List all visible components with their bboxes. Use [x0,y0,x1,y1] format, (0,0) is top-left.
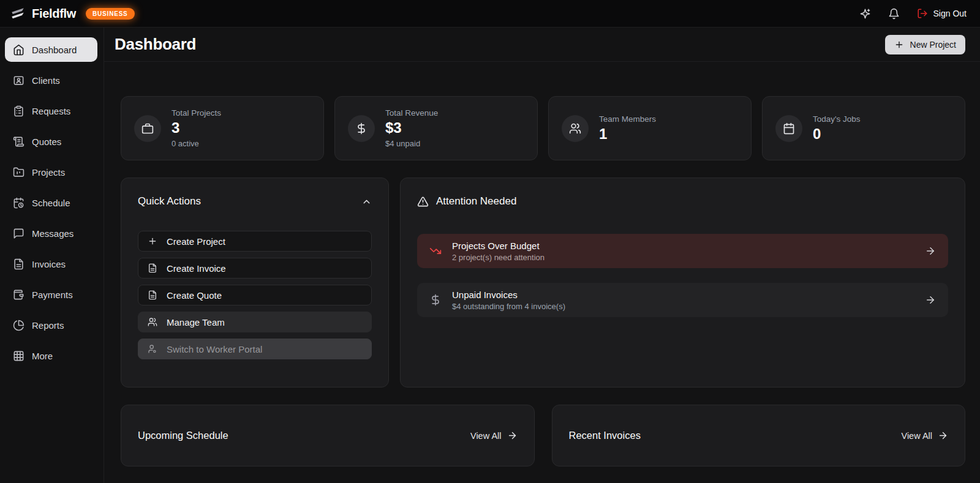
sidebar-item-quotes[interactable]: Quotes [5,129,97,154]
grid-icon [13,350,24,362]
sidebar-item-requests[interactable]: Requests [5,99,97,123]
attention-item-title: Projects Over Budget [452,241,545,251]
brand-logo: Fieldflw BUSINESS [10,6,135,21]
view-all-label: View All [901,431,932,441]
calendar-icon [775,115,802,142]
attention-title: Attention Needed [436,195,516,208]
sidebar-item-messages[interactable]: Messages [5,221,97,245]
topbar: Fieldflw BUSINESS Sign Out [0,0,980,28]
view-all-invoices-button[interactable]: View All [901,430,948,441]
clipboard-list-icon [13,105,24,117]
new-project-button[interactable]: New Project [885,35,965,54]
recent-invoices-title: Recent Invoices [569,430,641,441]
scroll-text-icon [13,136,24,148]
stats-row: Total Projects 3 0 active Total Revenue … [121,96,965,160]
sidebar: Dashboard Clients Requests Quotes Projec… [0,28,104,483]
sidebar-item-dashboard[interactable]: Dashboard [5,37,97,62]
stat-card-team-members: Team Members 1 [548,96,752,160]
page-title: Dashboard [115,35,196,54]
stat-value: 0 [813,125,861,143]
sidebar-item-label: Payments [32,290,73,300]
sidebar-item-more[interactable]: More [5,343,97,368]
attention-item-title: Unpaid Invoices [452,290,565,300]
sparkles-icon[interactable] [859,8,871,20]
home-icon [13,44,24,56]
sidebar-item-label: Messages [32,228,74,239]
sidebar-item-label: More [32,351,53,361]
dollar-icon [429,294,442,306]
stat-value: 1 [599,125,656,143]
wallet-icon [13,289,24,301]
sidebar-item-reports[interactable]: Reports [5,313,97,337]
stat-label: Total Revenue [385,108,438,118]
file-text-icon [13,258,24,270]
id-card-icon [13,75,24,86]
plan-badge: BUSINESS [86,8,135,20]
sidebar-item-label: Invoices [32,259,66,269]
create-quote-button[interactable]: Create Quote [138,285,372,305]
message-square-icon [13,228,24,239]
stat-label: Today's Jobs [813,114,861,124]
stat-value: 3 [172,119,221,137]
sidebar-item-label: Projects [32,167,65,178]
recent-invoices-panel: Recent Invoices View All [552,405,966,466]
qa-button-label: Create Invoice [167,263,226,274]
sidebar-item-label: Reports [32,320,64,331]
view-all-label: View All [470,431,502,441]
plus-icon [894,40,904,50]
sidebar-item-payments[interactable]: Payments [5,282,97,307]
attention-item-over-budget[interactable]: Projects Over Budget 2 project(s) need a… [417,234,948,268]
file-text-icon [148,290,157,300]
attention-item-subtitle: 2 project(s) need attention [452,253,545,262]
attention-needed-panel: Attention Needed Projects Over Budget 2 … [400,178,965,388]
qa-button-label: Create Quote [167,290,222,301]
sign-out-label: Sign Out [933,9,967,18]
calendar-clock-icon [13,197,24,209]
briefcase-icon [134,115,161,142]
arrow-right-icon [925,294,936,305]
stat-card-todays-jobs: Today's Jobs 0 [762,96,965,160]
sidebar-item-label: Schedule [32,198,70,208]
brand-name: Fieldflw [32,7,76,21]
quick-actions-panel: Quick Actions Create Project [121,178,389,388]
folder-icon [13,167,24,178]
sidebar-item-schedule[interactable]: Schedule [5,190,97,215]
new-project-label: New Project [910,40,956,50]
bell-icon[interactable] [888,8,900,20]
stat-sub: 0 active [172,139,221,148]
create-project-button[interactable]: Create Project [138,231,372,252]
quick-actions-title: Quick Actions [138,195,201,208]
upcoming-schedule-panel: Upcoming Schedule View All [121,405,535,466]
alert-triangle-icon [417,196,429,208]
stat-value: $3 [385,119,438,137]
stat-label: Total Projects [172,108,221,118]
user-switch-icon [148,344,157,354]
create-invoice-button[interactable]: Create Invoice [138,258,372,279]
upcoming-schedule-title: Upcoming Schedule [138,430,228,441]
sidebar-item-label: Quotes [32,137,61,147]
fieldflw-logo-icon [10,6,26,21]
switch-worker-portal-button[interactable]: Switch to Worker Portal [138,339,372,359]
chevron-up-icon[interactable] [361,197,372,207]
sidebar-item-invoices[interactable]: Invoices [5,252,97,276]
sign-out-button[interactable]: Sign Out [917,8,967,19]
trending-down-icon [429,245,442,257]
sidebar-item-projects[interactable]: Projects [5,160,97,184]
view-all-schedule-button[interactable]: View All [470,430,518,441]
users-icon [148,317,157,327]
stat-card-total-projects: Total Projects 3 0 active [121,96,324,160]
stat-label: Team Members [599,114,656,124]
stat-sub: $4 unpaid [385,139,438,148]
users-icon [562,115,589,142]
log-out-icon [917,8,928,19]
sidebar-item-label: Requests [32,106,70,116]
attention-item-unpaid-invoices[interactable]: Unpaid Invoices $4 outstanding from 4 in… [417,283,948,317]
arrow-right-icon [938,430,948,441]
sidebar-item-clients[interactable]: Clients [5,68,97,92]
plus-icon [148,236,157,246]
sidebar-item-label: Clients [32,75,60,86]
file-text-icon [148,263,157,273]
sidebar-item-label: Dashboard [32,45,77,55]
arrow-right-icon [925,245,936,256]
manage-team-button[interactable]: Manage Team [138,312,372,332]
